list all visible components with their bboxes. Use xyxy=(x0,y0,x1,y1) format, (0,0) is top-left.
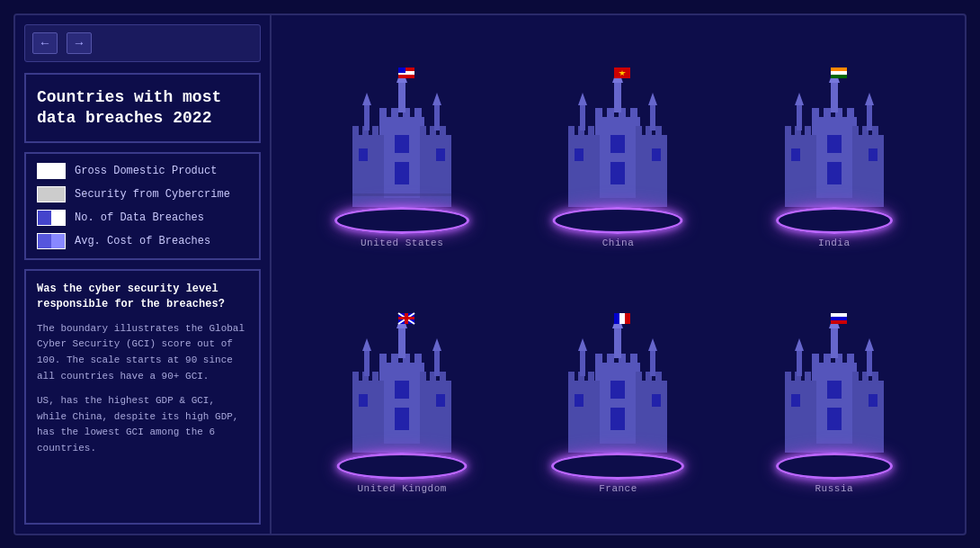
svg-rect-158 xyxy=(827,408,842,430)
svg-rect-72 xyxy=(867,103,872,130)
legend-box-cost xyxy=(37,233,66,249)
country-name-fr: France xyxy=(599,483,637,494)
svg-marker-19 xyxy=(432,93,441,105)
svg-rect-35 xyxy=(630,108,637,121)
svg-rect-58 xyxy=(812,108,819,121)
svg-rect-77 xyxy=(869,148,878,161)
svg-rect-163 xyxy=(831,320,847,324)
country-cell-ru: Russia xyxy=(731,279,938,516)
svg-rect-132 xyxy=(575,394,584,407)
svg-rect-38 xyxy=(588,126,594,139)
description-question: Was the cyber security level responsible… xyxy=(37,282,248,312)
castle-shadow-cn xyxy=(553,207,683,234)
svg-rect-18 xyxy=(434,103,440,130)
country-cell-in: India xyxy=(731,33,938,270)
castle-svg-us xyxy=(339,63,465,216)
svg-rect-120 xyxy=(588,372,594,384)
svg-rect-3 xyxy=(420,135,451,198)
legend-label-breaches: No. of Data Breaches xyxy=(75,211,204,224)
svg-rect-124 xyxy=(614,327,621,358)
sidebar: ← → Countries with most data breaches 20… xyxy=(15,15,272,534)
country-cell-us: United States xyxy=(298,33,505,270)
svg-rect-41 xyxy=(655,126,662,139)
svg-rect-51 xyxy=(652,148,661,161)
svg-rect-128 xyxy=(650,349,655,376)
svg-marker-45 xyxy=(578,93,587,105)
svg-rect-91 xyxy=(372,372,379,384)
svg-rect-118 xyxy=(568,372,575,384)
svg-rect-148 xyxy=(852,372,859,384)
svg-rect-162 xyxy=(831,317,847,320)
svg-rect-42 xyxy=(614,81,621,112)
svg-rect-50 xyxy=(575,148,584,161)
svg-marker-73 xyxy=(865,93,874,105)
svg-rect-101 xyxy=(395,381,409,399)
svg-rect-89 xyxy=(352,372,359,384)
legend-item-gdp: Gross Domestic Product xyxy=(37,163,248,179)
svg-rect-95 xyxy=(398,327,405,358)
castle-shadow-ru xyxy=(776,453,893,480)
svg-rect-145 xyxy=(785,372,791,384)
svg-rect-131 xyxy=(610,408,625,430)
country-name-gb: United Kingdom xyxy=(357,483,446,494)
svg-rect-39 xyxy=(636,126,642,139)
svg-rect-138 xyxy=(812,363,857,444)
svg-rect-123 xyxy=(655,372,662,384)
forward-button[interactable]: → xyxy=(67,32,92,54)
back-button[interactable]: ← xyxy=(32,32,58,54)
country-name-cn: China xyxy=(602,238,635,248)
svg-rect-135 xyxy=(619,313,625,324)
country-name-us: United States xyxy=(361,238,443,248)
svg-rect-2 xyxy=(352,135,384,198)
svg-rect-32 xyxy=(595,108,602,121)
svg-rect-33 xyxy=(607,108,614,121)
legend-box-gdp xyxy=(37,163,66,179)
svg-rect-147 xyxy=(805,372,811,384)
navigation-bar: ← → xyxy=(24,24,261,62)
svg-marker-17 xyxy=(362,93,371,105)
svg-rect-140 xyxy=(852,381,884,444)
svg-rect-64 xyxy=(805,126,811,139)
svg-rect-49 xyxy=(610,162,625,184)
svg-rect-121 xyxy=(636,372,642,384)
svg-rect-113 xyxy=(636,381,667,444)
svg-marker-47 xyxy=(648,93,657,105)
svg-marker-154 xyxy=(795,338,804,351)
country-name-in: India xyxy=(818,238,851,248)
svg-rect-160 xyxy=(869,394,878,407)
svg-rect-115 xyxy=(607,354,614,367)
castle-fr xyxy=(546,300,690,480)
country-name-ru: Russia xyxy=(815,483,854,494)
legend-box-security xyxy=(37,186,66,202)
svg-rect-134 xyxy=(614,313,619,324)
svg-marker-129 xyxy=(648,338,657,351)
castle-shadow-fr xyxy=(551,453,684,480)
svg-rect-13 xyxy=(440,126,446,139)
svg-rect-5 xyxy=(391,108,398,121)
svg-rect-112 xyxy=(568,381,600,444)
svg-marker-127 xyxy=(578,338,587,351)
svg-rect-61 xyxy=(847,108,854,121)
svg-rect-85 xyxy=(379,354,387,367)
description-section: Was the cyber security level responsible… xyxy=(24,269,261,524)
svg-rect-78 xyxy=(831,67,847,71)
svg-rect-70 xyxy=(797,103,802,130)
svg-rect-20 xyxy=(395,135,409,153)
svg-rect-117 xyxy=(630,354,637,367)
country-cell-gb: United Kingdom xyxy=(298,279,505,516)
svg-rect-1 xyxy=(379,117,424,198)
svg-rect-136 xyxy=(625,313,630,324)
castle-shadow-us xyxy=(334,207,469,234)
svg-rect-48 xyxy=(610,135,625,153)
svg-rect-62 xyxy=(785,126,791,139)
legend-item-security: Security from Cybercrime xyxy=(37,186,248,202)
legend-item-breaches: No. of Data Breaches xyxy=(37,210,248,226)
country-cell-cn: China xyxy=(514,33,721,270)
svg-rect-150 xyxy=(872,372,878,384)
svg-rect-144 xyxy=(847,354,854,367)
castle-cn xyxy=(546,54,690,234)
svg-rect-109 xyxy=(398,317,414,319)
svg-rect-88 xyxy=(414,354,422,367)
svg-rect-56 xyxy=(785,135,816,198)
svg-rect-126 xyxy=(580,349,585,376)
